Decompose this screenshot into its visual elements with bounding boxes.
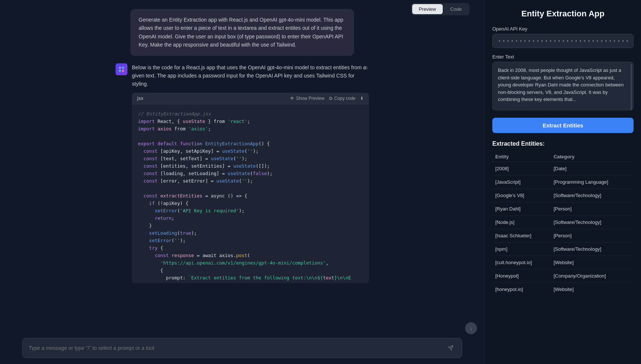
entity-cell: [Honeypot] — [492, 269, 550, 283]
code-actions: 👁 Show Preview ⧉ Copy code ⬇ — [290, 96, 364, 101]
category-cell: [Software/Technology] — [550, 189, 634, 202]
enter-text-label: Enter Text — [492, 54, 634, 60]
preview-panel: Entity Extraction App OpenAI API Key Ent… — [484, 0, 641, 364]
code-tab[interactable]: Code — [443, 4, 468, 14]
category-cell: [Programming Language] — [550, 175, 634, 189]
text-input[interactable]: Back in 2008, most people thought of Jav… — [492, 62, 634, 110]
category-column-header: Category — [550, 152, 634, 162]
message-input[interactable] — [29, 345, 442, 351]
copy-code-icon: ⧉ — [329, 96, 332, 101]
table-row: [npm] [Software/Technology] — [492, 243, 634, 256]
code-language: jsx — [137, 96, 143, 101]
table-row: [cult.honeypot.io] [Website] — [492, 256, 634, 269]
extracted-entities-section: Extracted Entities: Entity Category [200… — [492, 140, 634, 296]
svg-rect-1 — [122, 67, 124, 69]
entity-cell: [JavaScript] — [492, 175, 550, 189]
assistant-message-inner: ⧉ Below is the code for a React.js app t… — [132, 63, 369, 283]
category-cell: [Person] — [550, 229, 634, 243]
copy-code-button[interactable]: ⧉ Copy code — [329, 96, 356, 101]
entity-cell: [honeypot.io] — [492, 283, 550, 296]
message-input-box — [22, 338, 462, 358]
extract-entities-button[interactable]: Extract Entities — [492, 118, 634, 133]
chat-area: Generate an Entity Extraction app with R… — [0, 0, 484, 333]
table-row: [honeypot.io] [Website] — [492, 283, 634, 296]
table-row: [Ryan Dahl] [Person] — [492, 202, 634, 216]
textarea-wrapper: Back in 2008, most people thought of Jav… — [492, 62, 634, 112]
table-row: [Honeypot] [Company/Organization] — [492, 269, 634, 283]
entity-cell: [npm] — [492, 243, 550, 256]
table-row: [Isaac Schlueter] [Person] — [492, 229, 634, 243]
app-title: Entity Extraction App — [492, 9, 634, 19]
preview-tab[interactable]: Preview — [412, 4, 443, 14]
chat-panel: Generate an Entity Extraction app with R… — [0, 0, 484, 364]
category-cell: [Person] — [550, 202, 634, 216]
entity-cell: [Ryan Dahl] — [492, 202, 550, 216]
table-row: [JavaScript] [Programming Language] — [492, 175, 634, 189]
entity-cell: [Google's V8] — [492, 189, 550, 202]
assistant-avatar — [116, 63, 127, 75]
entities-table: Entity Category [2008] [Date] [JavaScrip… — [492, 152, 634, 296]
category-cell: [Date] — [550, 162, 634, 175]
entity-cell: [Node.js] — [492, 216, 550, 229]
preview-code-tabs: Preview Code — [411, 3, 470, 15]
user-message: Generate an Entity Extraction app with R… — [130, 9, 354, 56]
app-preview: Entity Extraction App OpenAI API Key Ent… — [485, 0, 641, 305]
category-cell: [Company/Organization] — [550, 269, 634, 283]
svg-rect-3 — [122, 70, 124, 72]
category-cell: [Website] — [550, 256, 634, 269]
copy-message-button[interactable]: ⧉ — [363, 63, 369, 72]
code-header: jsx 👁 Show Preview ⧉ Copy code — [132, 93, 369, 104]
code-block: jsx 👁 Show Preview ⧉ Copy code — [132, 93, 369, 283]
entity-cell: [Isaac Schlueter] — [492, 229, 550, 243]
svg-rect-2 — [119, 70, 121, 72]
user-message-text: Generate an Entity Extraction app with R… — [139, 17, 343, 48]
table-row: [Google's V8] [Software/Technology] — [492, 189, 634, 202]
send-button[interactable] — [445, 343, 456, 353]
scroll-down-button[interactable]: ↓ — [465, 322, 477, 334]
table-header-row: Entity Category — [492, 152, 634, 162]
entity-cell: [2008] — [492, 162, 550, 175]
entity-column-header: Entity — [492, 152, 550, 162]
table-row: [Node.js] [Software/Technology] — [492, 216, 634, 229]
svg-rect-0 — [119, 67, 121, 69]
download-icon: ⬇ — [360, 96, 364, 101]
category-cell: [Software/Technology] — [550, 216, 634, 229]
assistant-message: ⧉ Below is the code for a React.js app t… — [116, 63, 369, 283]
code-content: // EntityExtractionApp.jsx import React,… — [132, 104, 369, 283]
category-cell: [Software/Technology] — [550, 243, 634, 256]
textarea-scrollbar — [631, 63, 632, 110]
category-cell: [Website] — [550, 283, 634, 296]
eye-icon: 👁 — [290, 96, 294, 101]
extracted-title: Extracted Entities: — [492, 140, 634, 147]
api-key-input[interactable] — [492, 34, 634, 48]
api-key-label: OpenAI API Key — [492, 26, 634, 32]
assistant-intro-text: Below is the code for a React.js app tha… — [132, 63, 369, 88]
copy-icon: ⧉ — [364, 65, 367, 70]
table-row: [2008] [Date] — [492, 162, 634, 175]
download-code-button[interactable]: ⬇ — [360, 96, 364, 101]
chat-input-area — [0, 333, 484, 364]
scroll-down-icon: ↓ — [470, 326, 473, 331]
show-preview-button[interactable]: 👁 Show Preview — [290, 96, 325, 101]
entity-cell: [cult.honeypot.io] — [492, 256, 550, 269]
